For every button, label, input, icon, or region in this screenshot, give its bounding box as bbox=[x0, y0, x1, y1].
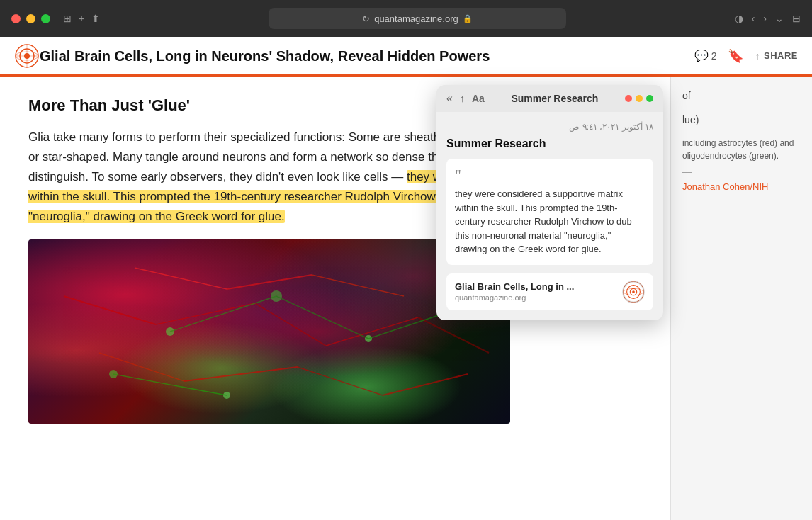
comment-badge[interactable]: 💬 2 bbox=[694, 49, 717, 62]
share-button[interactable]: ↑ SHARE bbox=[755, 50, 798, 62]
popup-source-info: Glial Brain Cells, Long in ... quantamag… bbox=[455, 281, 615, 302]
url-text: quantamagazine.org bbox=[374, 13, 458, 24]
dropdown-icon[interactable]: ⌄ bbox=[775, 13, 784, 24]
svg-line-10 bbox=[418, 317, 489, 353]
svg-point-31 bbox=[632, 290, 635, 293]
popup-source-card[interactable]: Glial Brain Cells, Long in ... quantamag… bbox=[446, 273, 653, 310]
browser-chrome: ⊞ + ⬆ ↻ quantamagazine.org 🔒 ◑ ‹ › ⌄ ⊟ bbox=[0, 0, 812, 37]
popup-note-title: Summer Research bbox=[446, 137, 653, 150]
popup-header: « ↑ Aa Summer Research bbox=[436, 85, 663, 112]
comment-count: 2 bbox=[711, 50, 717, 62]
back-icon[interactable]: ‹ bbox=[752, 13, 755, 24]
traffic-lights bbox=[11, 14, 50, 23]
popup-date: ١٨ أكتوبر ٢٠٢١، ٩:٤١ ص bbox=[446, 122, 653, 132]
header-actions: 💬 2 🔖 ↑ SHARE bbox=[694, 48, 798, 64]
address-bar[interactable]: ↻ quantamagazine.org 🔒 bbox=[269, 8, 566, 29]
reading-list-popup: « ↑ Aa Summer Research ١٨ أكتوبر ٢٠٢١، ٩… bbox=[436, 85, 663, 320]
divider: — bbox=[682, 166, 801, 177]
svg-line-12 bbox=[184, 367, 298, 381]
reload-icon[interactable]: ↻ bbox=[362, 13, 370, 24]
article-title: Glial Brain Cells, Long in Neurons' Shad… bbox=[40, 47, 683, 64]
svg-line-17 bbox=[312, 275, 404, 296]
main-content: More Than Just 'Glue' Glia take many for… bbox=[0, 77, 812, 520]
svg-line-9 bbox=[326, 317, 418, 346]
browser-right-icons: ◑ ‹ › ⌄ ⊟ bbox=[735, 13, 801, 24]
image-credit: Jonathan Cohen/NIH bbox=[682, 181, 801, 192]
svg-line-8 bbox=[255, 303, 326, 346]
svg-line-6 bbox=[64, 296, 156, 324]
popup-minimize-dot[interactable] bbox=[636, 95, 643, 102]
right-panel: of lue) including astrocytes (red) and o… bbox=[670, 77, 812, 520]
popup-source-logo bbox=[622, 281, 645, 303]
address-bar-container: ↻ quantamagazine.org 🔒 bbox=[108, 8, 726, 29]
comment-icon: 💬 bbox=[694, 49, 709, 62]
popup-share-icon[interactable]: ↑ bbox=[460, 93, 465, 104]
right-panel-text-fragment: of bbox=[682, 88, 801, 103]
maximize-button[interactable] bbox=[41, 14, 50, 23]
article-header: Glial Brain Cells, Long in Neurons' Shad… bbox=[0, 37, 812, 77]
popup-body: ١٨ أكتوبر ٢٠٢١، ٩:٤١ ص Summer Research "… bbox=[436, 112, 663, 320]
svg-line-16 bbox=[227, 275, 312, 289]
popup-source-url: quantamagazine.org bbox=[455, 293, 615, 302]
browser-nav-icons: ⊞ + ⬆ bbox=[63, 13, 100, 24]
popup-font-icon[interactable]: Aa bbox=[472, 93, 485, 104]
new-tab-icon[interactable]: + bbox=[79, 13, 84, 24]
svg-line-15 bbox=[135, 268, 227, 289]
popup-back-button[interactable]: « bbox=[446, 92, 453, 105]
minimize-button[interactable] bbox=[26, 14, 35, 23]
close-button[interactable] bbox=[11, 14, 21, 23]
popup-source-title: Glial Brain Cells, Long in ... bbox=[455, 281, 615, 292]
svg-line-25 bbox=[276, 296, 368, 339]
svg-line-24 bbox=[170, 296, 276, 332]
popup-maximize-dot[interactable] bbox=[646, 95, 653, 102]
right-panel-text-fragment-2: lue) bbox=[682, 112, 801, 128]
popup-quote-card: " they were considered a supportive matr… bbox=[446, 159, 653, 265]
svg-line-14 bbox=[383, 374, 468, 395]
quote-text: they were considered a supportive matrix… bbox=[455, 187, 645, 256]
grid-icon[interactable]: ⊞ bbox=[63, 13, 72, 24]
tabs-icon[interactable]: ⊟ bbox=[792, 13, 801, 24]
site-logo[interactable] bbox=[14, 43, 40, 69]
share-label: SHARE bbox=[764, 50, 798, 61]
svg-line-13 bbox=[298, 367, 383, 395]
forward-icon[interactable]: › bbox=[763, 13, 767, 24]
bookmark-icon[interactable]: 🔖 bbox=[728, 48, 743, 64]
privacy-icon[interactable]: ◑ bbox=[735, 13, 743, 24]
popup-close-dot[interactable] bbox=[625, 95, 632, 102]
share-icon[interactable]: ⬆ bbox=[91, 13, 100, 24]
svg-line-7 bbox=[156, 303, 255, 324]
quote-mark-icon: " bbox=[455, 167, 645, 183]
lock-icon: 🔒 bbox=[463, 14, 473, 23]
share-arrow-icon: ↑ bbox=[755, 50, 760, 62]
popup-title: Summer Research bbox=[492, 93, 618, 104]
image-caption: including astrocytes (red) and oligodend… bbox=[682, 137, 801, 162]
popup-window-controls bbox=[625, 95, 653, 102]
